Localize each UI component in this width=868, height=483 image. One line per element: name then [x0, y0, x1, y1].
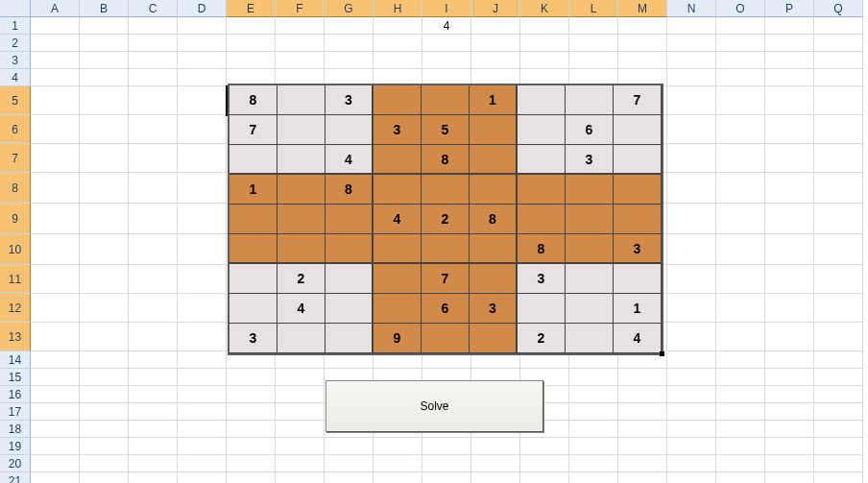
cell-A11[interactable]: [31, 265, 80, 294]
cell-D15[interactable]: [178, 369, 227, 386]
cell-O8[interactable]: [716, 173, 765, 204]
cell-D21[interactable]: [178, 472, 227, 483]
cell-O4[interactable]: [716, 69, 765, 86]
row-header-16[interactable]: 16: [0, 386, 31, 403]
cell-O19[interactable]: [716, 438, 765, 455]
sudoku-cell-r5c1[interactable]: [277, 234, 326, 264]
sudoku-cell-r5c2[interactable]: [326, 234, 374, 264]
sudoku-cell-r6c6[interactable]: 3: [518, 264, 566, 294]
sudoku-cell-r4c5[interactable]: 8: [470, 205, 518, 234]
row-header-13[interactable]: 13: [0, 323, 31, 351]
cell-E15[interactable]: [227, 369, 276, 386]
sudoku-cell-r5c3[interactable]: [374, 234, 422, 264]
cell-E2[interactable]: [227, 35, 276, 52]
cell-C19[interactable]: [129, 438, 178, 455]
cell-Q2[interactable]: [814, 35, 863, 52]
cell-I2[interactable]: [422, 35, 471, 52]
cell-D4[interactable]: [178, 69, 227, 86]
cell-J2[interactable]: [471, 35, 520, 52]
cell-G3[interactable]: [325, 52, 374, 69]
sudoku-cell-r5c8[interactable]: 3: [614, 234, 662, 264]
cell-N20[interactable]: [667, 455, 716, 472]
row-header-5[interactable]: 5: [0, 86, 31, 115]
cell-B8[interactable]: [80, 173, 129, 204]
cell-J3[interactable]: [471, 52, 520, 69]
cell-M1[interactable]: [618, 17, 667, 35]
cell-A12[interactable]: [31, 294, 80, 323]
cell-C17[interactable]: [129, 403, 178, 421]
cell-Q7[interactable]: [814, 144, 863, 173]
sudoku-cell-r6c0[interactable]: [229, 264, 277, 294]
col-header-D[interactable]: D: [178, 0, 227, 17]
sudoku-cell-r4c2[interactable]: [326, 205, 374, 234]
cell-Q19[interactable]: [814, 438, 863, 455]
cell-P17[interactable]: [765, 403, 814, 421]
cell-L18[interactable]: [569, 421, 618, 438]
cell-F21[interactable]: [276, 472, 325, 483]
cell-F15[interactable]: [276, 369, 325, 386]
cell-D3[interactable]: [178, 52, 227, 69]
cell-C16[interactable]: [129, 386, 178, 403]
row-header-12[interactable]: 12: [0, 294, 31, 323]
cell-B9[interactable]: [80, 204, 129, 234]
cell-N11[interactable]: [667, 265, 716, 294]
cell-G21[interactable]: [325, 472, 374, 483]
cell-P5[interactable]: [765, 86, 814, 115]
cell-B21[interactable]: [80, 472, 129, 483]
cell-O7[interactable]: [716, 144, 765, 173]
cell-C15[interactable]: [129, 369, 178, 386]
sudoku-cell-r0c0[interactable]: 8: [229, 85, 277, 115]
sudoku-cell-r3c8[interactable]: [614, 175, 662, 205]
cell-C20[interactable]: [129, 455, 178, 472]
sudoku-cell-r4c7[interactable]: [566, 205, 614, 234]
cell-O11[interactable]: [716, 265, 765, 294]
cell-D16[interactable]: [178, 386, 227, 403]
cell-B19[interactable]: [80, 438, 129, 455]
col-header-L[interactable]: L: [569, 0, 618, 17]
sudoku-cell-r8c2[interactable]: [326, 324, 374, 353]
cell-M2[interactable]: [618, 35, 667, 52]
cell-O10[interactable]: [716, 234, 765, 265]
cell-B4[interactable]: [80, 69, 129, 86]
cell-Q4[interactable]: [814, 69, 863, 86]
cell-J1[interactable]: [471, 17, 520, 35]
cell-A8[interactable]: [31, 173, 80, 204]
cell-C6[interactable]: [129, 115, 178, 144]
cell-N7[interactable]: [667, 144, 716, 173]
cell-J20[interactable]: [471, 455, 520, 472]
cell-C21[interactable]: [129, 472, 178, 483]
cell-P19[interactable]: [765, 438, 814, 455]
sudoku-cell-r3c7[interactable]: [566, 175, 614, 205]
cell-C14[interactable]: [129, 351, 178, 369]
cell-G19[interactable]: [325, 438, 374, 455]
cell-P16[interactable]: [765, 386, 814, 403]
row-header-15[interactable]: 15: [0, 369, 31, 386]
cell-B10[interactable]: [80, 234, 129, 265]
sudoku-cell-r2c6[interactable]: [518, 145, 566, 175]
cell-N9[interactable]: [667, 204, 716, 234]
cell-Q5[interactable]: [814, 86, 863, 115]
cell-B13[interactable]: [80, 323, 129, 351]
cell-A3[interactable]: [31, 52, 80, 69]
cell-Q18[interactable]: [814, 421, 863, 438]
cell-A9[interactable]: [31, 204, 80, 234]
row-header-6[interactable]: 6: [0, 115, 31, 144]
cell-A1[interactable]: [31, 17, 80, 35]
sudoku-board[interactable]: 83177356483184288327346313924: [228, 84, 663, 355]
cell-P9[interactable]: [765, 204, 814, 234]
cell-N16[interactable]: [667, 386, 716, 403]
cell-N1[interactable]: [667, 17, 716, 35]
cell-F18[interactable]: [276, 421, 325, 438]
cell-A4[interactable]: [31, 69, 80, 86]
cell-K2[interactable]: [520, 35, 569, 52]
cell-A7[interactable]: [31, 144, 80, 173]
row-header-9[interactable]: 9: [0, 204, 31, 234]
cell-P4[interactable]: [765, 69, 814, 86]
cell-P6[interactable]: [765, 115, 814, 144]
sudoku-cell-r0c4[interactable]: [422, 85, 470, 115]
cell-P1[interactable]: [765, 17, 814, 35]
cell-H3[interactable]: [374, 52, 422, 69]
col-header-B[interactable]: B: [80, 0, 129, 17]
row-header-2[interactable]: 2: [0, 35, 31, 52]
sudoku-cell-r2c0[interactable]: [229, 145, 277, 175]
